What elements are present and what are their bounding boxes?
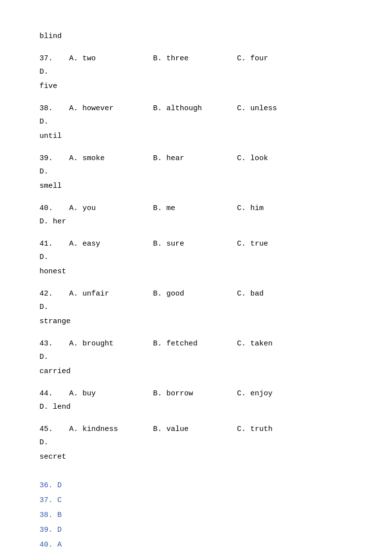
q40-d: D. her xyxy=(39,215,123,228)
q45-c: C. truth xyxy=(237,423,321,436)
question-43: 43. A. brought B. fetched C. taken D. ca… xyxy=(39,337,353,378)
q37-c: C. four xyxy=(237,52,321,65)
q45-b: B. value xyxy=(153,423,237,436)
q39-d: D. xyxy=(39,165,123,178)
q38-b: B. although xyxy=(153,102,237,115)
answer-40: 40. A xyxy=(39,538,353,553)
questions-section: 37. A. two B. three C. four D. five 38. … xyxy=(39,52,353,464)
q43-d: D. xyxy=(39,350,123,364)
q38-c: C. unless xyxy=(237,102,321,115)
q44-num: 44. xyxy=(39,387,69,400)
q38-d: D. xyxy=(39,115,123,128)
q37-b: B. three xyxy=(153,52,237,65)
q37-num: 37. xyxy=(39,52,69,65)
question-37: 37. A. two B. three C. four D. five xyxy=(39,52,353,93)
q41-num: 41. xyxy=(39,237,69,251)
q39-wrap: smell xyxy=(39,179,353,193)
question-42: 42. A. unfair B. good C. bad D. strange xyxy=(39,287,353,328)
q39-b: B. hear xyxy=(153,152,237,165)
q45-wrap: secret xyxy=(39,450,353,464)
q42-a: A. unfair xyxy=(69,287,153,300)
q40-a: A. you xyxy=(69,202,153,215)
answer-38: 38. B xyxy=(39,508,353,523)
question-44: 44. A. buy B. borrow C. enjoy D. lend xyxy=(39,387,353,414)
intro-word: blind xyxy=(39,30,353,43)
q38-wrap: until xyxy=(39,129,353,143)
q37-a: A. two xyxy=(69,52,153,65)
q41-wrap: honest xyxy=(39,265,353,278)
question-39: 39. A. smoke B. hear C. look D. smell xyxy=(39,152,353,193)
q41-b: B. sure xyxy=(153,237,237,251)
q44-c: C. enjoy xyxy=(237,387,321,400)
q45-a: A. kindness xyxy=(69,423,153,436)
q44-b: B. borrow xyxy=(153,387,237,400)
answers-section: 36. D 37. C 38. B 39. D 40. A xyxy=(39,478,353,553)
q42-wrap: strange xyxy=(39,315,353,328)
q45-d: D. xyxy=(39,436,123,449)
q39-a: A. smoke xyxy=(69,152,153,165)
q40-b: B. me xyxy=(153,202,237,215)
question-45: 45. A. kindness B. value C. truth D. sec… xyxy=(39,423,353,464)
q38-a: A. however xyxy=(69,102,153,115)
q44-d: D. lend xyxy=(39,400,123,414)
q39-num: 39. xyxy=(39,152,69,165)
question-41: 41. A. easy B. sure C. true D. honest xyxy=(39,237,353,278)
q43-a: A. brought xyxy=(69,337,153,350)
q42-num: 42. xyxy=(39,287,69,300)
q39-c: C. look xyxy=(237,152,321,165)
q43-num: 43. xyxy=(39,337,69,350)
q42-d: D. xyxy=(39,300,123,314)
q41-a: A. easy xyxy=(69,237,153,251)
q43-wrap: carried xyxy=(39,365,353,378)
q37-d: D. xyxy=(39,65,123,79)
question-38: 38. A. however B. although C. unless D. … xyxy=(39,102,353,143)
q42-c: C. bad xyxy=(237,287,321,300)
q45-num: 45. xyxy=(39,423,69,436)
answer-37: 37. C xyxy=(39,493,353,508)
q41-c: C. true xyxy=(237,237,321,251)
answer-36: 36. D xyxy=(39,478,353,493)
question-40: 40. A. you B. me C. him D. her xyxy=(39,202,353,228)
q41-d: D. xyxy=(39,251,123,264)
q40-num: 40. xyxy=(39,202,69,215)
q43-b: B. fetched xyxy=(153,337,237,350)
q44-a: A. buy xyxy=(69,387,153,400)
q38-num: 38. xyxy=(39,102,69,115)
q40-c: C. him xyxy=(237,202,321,215)
answer-39: 39. D xyxy=(39,523,353,538)
q43-c: C. taken xyxy=(237,337,321,350)
q37-wrap: five xyxy=(39,80,353,93)
q42-b: B. good xyxy=(153,287,237,300)
